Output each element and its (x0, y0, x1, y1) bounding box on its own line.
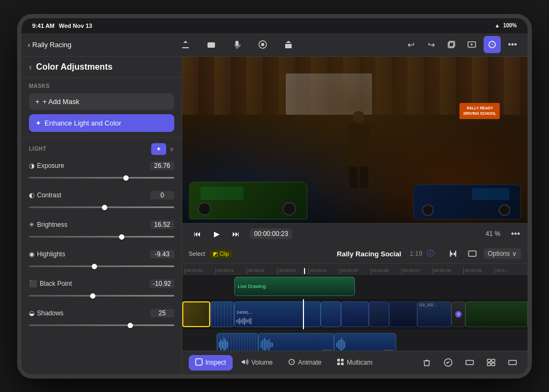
clip-marker[interactable]: 4 (451, 301, 465, 327)
color-adjustments-panel: ‹ Color Adjustments MASKS + + Add Mask ✦… (21, 57, 182, 374)
panel-header: ‹ Color Adjustments (21, 57, 182, 78)
undo-button[interactable]: ↩ (402, 36, 419, 53)
upload-button[interactable] (177, 36, 194, 53)
wifi-icon: ▲ (495, 23, 500, 28)
playhead-main (303, 299, 304, 329)
enhance-button[interactable]: ✦ Enhance Light and Color (29, 114, 174, 132)
ruler-mark-4: 00:00:04 (308, 268, 339, 274)
volume-tab[interactable]: Volume (235, 355, 279, 371)
rewind-button[interactable]: ⏮ (190, 226, 205, 241)
svg-rect-19 (341, 363, 344, 365)
ruler-mark-10: 00:0... (494, 268, 525, 274)
blackpoint-value: -10.92 (150, 279, 174, 288)
share-button[interactable] (280, 36, 297, 53)
clip-icon: ◩ (213, 251, 218, 257)
highlights-slider[interactable] (29, 261, 174, 272)
more-button[interactable]: ••• (504, 36, 521, 53)
audio-clip-3[interactable]: 1-... ◩ 4 (334, 333, 396, 351)
blackpoint-slider[interactable] (29, 291, 174, 301)
highlights-icon: ◉ (29, 250, 34, 258)
delete-button[interactable] (418, 354, 435, 371)
clip-4[interactable] (321, 301, 342, 327)
highlights-header: ◉ Highlights -9.43 (29, 250, 174, 258)
clip-6[interactable] (369, 301, 390, 327)
timeline-tool-2[interactable] (464, 246, 480, 261)
animate-icon (288, 358, 295, 367)
clip-end[interactable] (465, 301, 528, 327)
svg-rect-13 (469, 251, 476, 256)
brightness-icon: ✳ (29, 221, 34, 228)
contrast-header: ◐ Contrast 0 (29, 191, 174, 199)
ruler-mark-8: 00:00:08 (433, 268, 464, 274)
light-label: LIGHT (29, 146, 47, 152)
back-button[interactable]: ‹ Rally Racing (28, 41, 71, 49)
clip-label: Clip (220, 251, 229, 257)
multicam-icon (337, 358, 344, 367)
clip-badge: ◩ Clip (210, 250, 232, 258)
contrast-label: ◐ Contrast (29, 191, 61, 199)
car-right (413, 184, 521, 219)
timeline-header: Select ◩ Clip Rally Racing Social 1:19 ⓘ (182, 245, 528, 264)
shadows-slider[interactable] (29, 320, 174, 331)
highlights-value: -9.43 (150, 250, 174, 258)
options-button[interactable]: Options ∨ (484, 248, 521, 259)
volume-icon (241, 358, 249, 367)
brightness-value: 16.52 (150, 220, 174, 229)
add-mask-button[interactable]: + + Add Mask (29, 93, 174, 110)
clip-selected[interactable] (182, 301, 210, 327)
bottom-right-tools (418, 354, 521, 371)
contrast-slider[interactable] (29, 202, 174, 213)
clip-3[interactable]: 24091... (234, 301, 321, 327)
ruler-marks: 00:00:00 00:00:01 00:00:02 00:00:03 00:0… (184, 268, 525, 274)
playback-bar: ⏮ ▶ ⏭ 00:00:00:23 41 % ••• (182, 223, 528, 245)
arrange-button[interactable] (483, 354, 500, 371)
blackpoint-header: ⬛ Black Point -10.92 (29, 279, 174, 288)
check-button[interactable] (440, 354, 457, 371)
light-icon-button[interactable]: ✦ (151, 143, 166, 155)
camera-button[interactable] (203, 36, 220, 53)
inspect-tab[interactable]: Inspect (189, 355, 233, 371)
masks-section: MASKS + + Add Mask ✦ Enhance Light and C… (21, 78, 182, 137)
mic-button[interactable] (228, 36, 246, 53)
svg-rect-23 (492, 359, 495, 362)
timeline-tool-1[interactable] (445, 246, 461, 261)
shadows-header: ◒ Shadows 25 (29, 309, 174, 317)
animate-label: Animate (298, 359, 322, 366)
blackpoint-label: ⬛ Black Point (29, 280, 72, 287)
clip-7[interactable] (389, 301, 417, 327)
extend-button[interactable] (504, 354, 521, 371)
info-button[interactable]: ⓘ (427, 249, 434, 258)
exposure-slider[interactable] (29, 173, 174, 183)
light-chevron-icon[interactable]: ∨ (169, 145, 174, 153)
active-tool-button[interactable] (484, 36, 501, 53)
panel-back-button[interactable]: ‹ (29, 62, 32, 72)
live-drawing-clip[interactable]: Live Drawing (234, 277, 355, 296)
status-bar: 9:41 AM Wed Nov 13 ▲ 100% (21, 18, 528, 33)
live-drawing-label: Live Drawing (238, 284, 266, 289)
playback-controls: ⏮ ▶ ⏭ (190, 226, 243, 241)
split-button[interactable] (461, 354, 478, 371)
shadows-control: ◒ Shadows 25 (29, 309, 174, 331)
audio-clip-1[interactable] (217, 333, 258, 351)
animate-tab[interactable]: Animate (281, 355, 328, 371)
brightness-slider[interactable] (29, 232, 174, 242)
clip-2[interactable] (210, 301, 234, 327)
right-content: RALLY READYDRIVING SCHOOL ⏮ ▶ ⏭ 00:00:00… (182, 57, 528, 374)
clip-5[interactable] (341, 301, 369, 327)
photo-library-button[interactable] (443, 36, 460, 53)
nav-button[interactable] (254, 36, 271, 53)
exposure-label: ◑ Exposure (29, 162, 64, 169)
play-button[interactable]: ▶ (209, 226, 224, 241)
svg-rect-12 (455, 250, 456, 257)
audio-clip-2[interactable]: 1-Wi... ◩ 4 (258, 333, 335, 351)
light-controls: ✦ ∨ (151, 143, 174, 155)
svg-rect-24 (487, 363, 491, 366)
panel-title: Color Adjustments (36, 62, 113, 72)
playback-more-button[interactable]: ••• (511, 229, 520, 239)
highlights-slider-bg (29, 265, 174, 267)
clip-8[interactable]: DJI_202... (417, 301, 451, 327)
redo-button[interactable]: ↪ (422, 36, 440, 53)
fast-forward-button[interactable]: ⏭ (228, 226, 243, 241)
media-button[interactable] (463, 36, 480, 53)
multicam-tab[interactable]: Multicam (330, 355, 379, 371)
